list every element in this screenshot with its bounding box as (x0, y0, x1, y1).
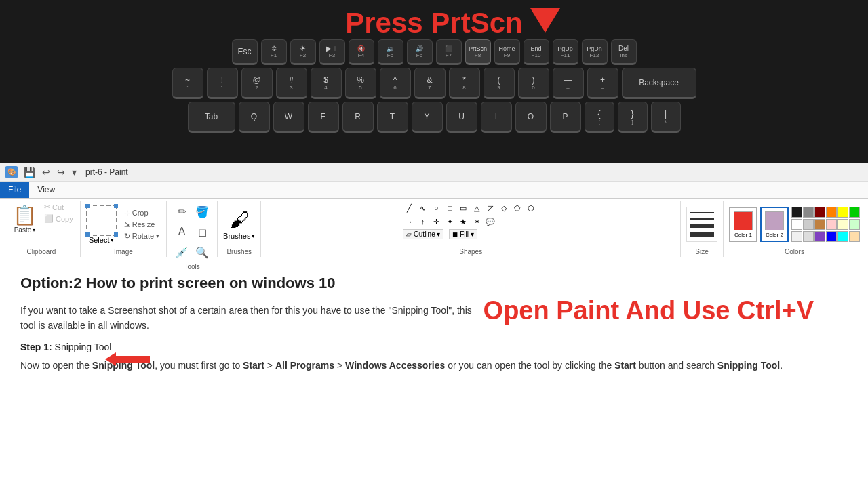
shape-rect[interactable]: □ (443, 202, 456, 214)
rotate-button[interactable]: ↻ Rotate ▾ (123, 231, 161, 241)
swatch-light-gray[interactable] (803, 219, 814, 230)
shape-hex[interactable]: ⬡ (525, 202, 537, 214)
swatch-light-pink[interactable] (826, 219, 837, 230)
shape-oval[interactable]: ○ (430, 202, 442, 214)
size-4[interactable] (690, 232, 714, 237)
eraser-tool[interactable]: ◻ (193, 222, 212, 241)
crop-button[interactable]: ⊹ Crop (123, 208, 161, 218)
swatch-light-green[interactable] (849, 219, 860, 230)
key-tab[interactable]: Tab (188, 102, 235, 133)
key-backslash[interactable]: |\ (651, 102, 681, 133)
cut-button[interactable]: ✂ Cut (43, 202, 75, 212)
swatch-yellow[interactable] (837, 207, 848, 218)
swatch-silver[interactable] (803, 231, 814, 242)
swatch-purple[interactable] (814, 231, 825, 242)
shape-triangle[interactable]: △ (471, 202, 483, 214)
qa-save-button[interactable]: 💾 (22, 166, 37, 178)
shape-curve[interactable]: ∿ (416, 202, 429, 214)
color2-button[interactable]: Color 2 (760, 207, 789, 242)
qa-dropdown-button[interactable]: ▾ (70, 166, 79, 178)
swatch-brown[interactable] (814, 219, 825, 230)
key-bracket-open[interactable]: {[ (585, 102, 614, 133)
key-4[interactable]: $4 (311, 68, 342, 99)
key-minus[interactable]: —– (553, 68, 584, 99)
shape-callout[interactable]: 💬 (484, 216, 496, 228)
key-bracket-close[interactable]: }] (618, 102, 648, 133)
size-1[interactable] (690, 212, 714, 214)
key-pgdn[interactable]: PgDnF12 (582, 39, 608, 65)
key-equals[interactable]: += (587, 68, 618, 99)
shape-diamond[interactable]: ◇ (498, 202, 510, 214)
key-3[interactable]: #3 (276, 68, 307, 99)
key-8[interactable]: *8 (449, 68, 480, 99)
fill-dropdown-button[interactable]: ◼ Fill ▾ (449, 229, 477, 239)
key-f2[interactable]: ☀F2 (290, 39, 316, 65)
key-e[interactable]: E (308, 102, 339, 133)
key-i[interactable]: I (481, 102, 512, 133)
key-p[interactable]: P (550, 102, 581, 133)
size-2[interactable] (690, 218, 714, 220)
swatch-cyan[interactable] (837, 231, 848, 242)
key-w[interactable]: W (273, 102, 304, 133)
swatch-gray[interactable] (803, 207, 814, 218)
swatch-green[interactable] (849, 207, 860, 218)
key-t[interactable]: T (377, 102, 408, 133)
key-f5[interactable]: 🔉F5 (378, 39, 403, 65)
qa-redo-button[interactable]: ↪ (55, 166, 67, 178)
paste-button[interactable]: 📋 Paste ▾ (8, 202, 41, 247)
key-del[interactable]: DelIns (611, 39, 637, 65)
color1-button[interactable]: Color 1 (729, 207, 757, 242)
key-esc[interactable]: Esc (232, 39, 258, 65)
key-tilde[interactable]: ~` (172, 68, 203, 99)
copy-button[interactable]: ⬜ Copy (43, 214, 75, 224)
key-f7[interactable]: ⬛F7 (436, 39, 462, 65)
swatch-near-white[interactable] (791, 231, 802, 242)
key-home[interactable]: HomeF9 (494, 39, 520, 65)
tab-file[interactable]: File (0, 182, 29, 198)
key-0[interactable]: )0 (518, 68, 549, 99)
outline-button[interactable]: ▱ Outline ▾ (403, 229, 443, 239)
color-picker-tool[interactable]: 💉 (172, 243, 191, 262)
key-5[interactable]: %5 (345, 68, 376, 99)
swatch-white[interactable] (791, 219, 802, 230)
key-prtscn[interactable]: PrtScnF8 (465, 39, 491, 65)
key-pgup[interactable]: PgUpF11 (553, 39, 578, 65)
swatch-black[interactable] (791, 207, 802, 218)
key-f1[interactable]: ✲F1 (261, 39, 287, 65)
text-tool[interactable]: A (172, 222, 191, 241)
shape-arrow-right[interactable]: → (403, 216, 415, 228)
shape-pentagon[interactable]: ⬠ (511, 202, 524, 214)
swatch-orange[interactable] (826, 207, 837, 218)
shape-line[interactable]: ╱ (403, 202, 415, 214)
key-9[interactable]: (9 (484, 68, 515, 99)
key-o[interactable]: O (515, 102, 547, 133)
tab-view[interactable]: View (29, 182, 63, 198)
key-2[interactable]: @2 (241, 68, 273, 99)
select-button[interactable]: Select ▾ (89, 236, 115, 244)
key-f4[interactable]: 🔇F4 (349, 39, 374, 65)
swatch-blue[interactable] (826, 231, 837, 242)
swatch-peach[interactable] (849, 231, 860, 242)
key-end[interactable]: EndF10 (524, 39, 549, 65)
magnifier-tool[interactable]: 🔍 (193, 243, 212, 262)
qa-undo-button[interactable]: ↩ (40, 166, 52, 178)
brushes-button[interactable]: 🖌 Brushes ▾ (223, 209, 255, 240)
shape-up-arrow[interactable]: ↑ (416, 216, 429, 228)
key-u[interactable]: U (446, 102, 477, 133)
key-q[interactable]: Q (239, 102, 270, 133)
shape-4arrow[interactable]: ✛ (430, 216, 442, 228)
shape-rounded-rect[interactable]: ▭ (457, 202, 469, 214)
key-7[interactable]: &7 (414, 68, 446, 99)
size-3[interactable] (690, 224, 714, 228)
key-r[interactable]: R (342, 102, 374, 133)
swatch-light-yellow[interactable] (837, 219, 848, 230)
key-y[interactable]: Y (412, 102, 443, 133)
shape-star5[interactable]: ★ (457, 216, 469, 228)
resize-button[interactable]: ⇲ Resize (123, 220, 161, 230)
swatch-dark-red[interactable] (814, 207, 825, 218)
key-f3[interactable]: ▶⏸F3 (319, 39, 345, 65)
key-1[interactable]: !1 (207, 68, 238, 99)
key-f6[interactable]: 🔊F6 (407, 39, 433, 65)
shape-star6[interactable]: ✶ (471, 216, 483, 228)
key-6[interactable]: ^6 (380, 68, 411, 99)
